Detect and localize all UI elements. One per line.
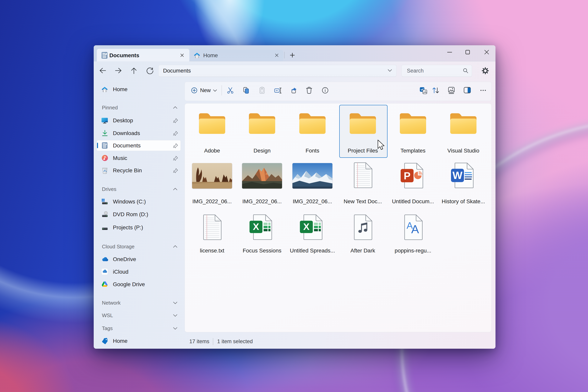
svg-text:W: W bbox=[452, 169, 462, 181]
svg-text:X: X bbox=[303, 222, 310, 232]
svg-text:X: X bbox=[253, 222, 259, 232]
svg-text:P: P bbox=[404, 170, 410, 182]
svg-text:A: A bbox=[411, 223, 419, 236]
